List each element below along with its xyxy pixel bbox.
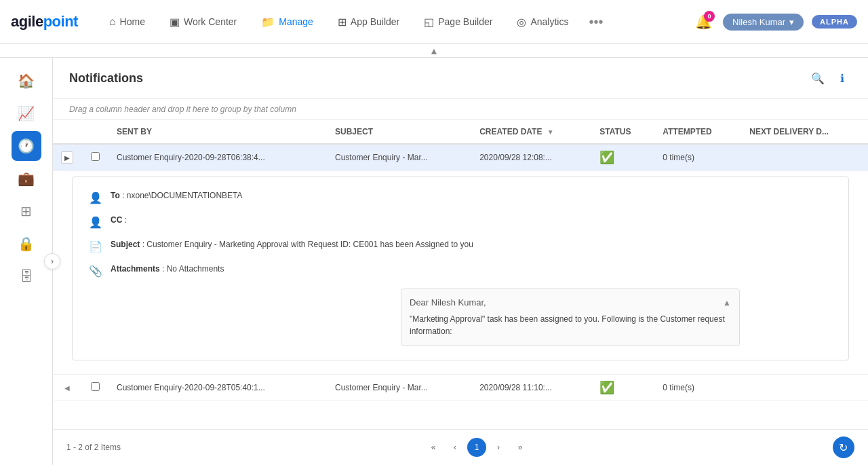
attachment-icon: 📎 bbox=[89, 265, 102, 278]
col-next-delivery[interactable]: NEXT DELIVERY D... bbox=[741, 120, 868, 144]
row-created-date: 2020/09/28 12:08:... bbox=[471, 144, 591, 171]
row-created-date: 2020/09/28 11:10:... bbox=[471, 375, 591, 401]
data-table: SENT BY SUBJECT CREATED DATE ▼ STATUS bbox=[53, 120, 868, 401]
detail-subject-row: 📄 Subject : Customer Enquiry - Marketing… bbox=[89, 240, 832, 253]
col-attempted[interactable]: ATTEMPTED bbox=[654, 120, 741, 144]
nav-more-button[interactable]: ••• bbox=[583, 9, 608, 35]
sidebar-item-lock[interactable]: 🔒 bbox=[12, 229, 41, 259]
sidebar-expand-button[interactable]: › bbox=[44, 253, 60, 269]
notification-button[interactable]: 🔔 0 bbox=[692, 11, 715, 33]
row-next-delivery bbox=[741, 375, 868, 401]
sidebar-item-home[interactable]: 🏠 bbox=[12, 66, 41, 96]
appbuilder-nav-icon: ⊞ bbox=[338, 16, 347, 29]
row-checkbox[interactable] bbox=[91, 152, 100, 161]
row-collapse-cell: ◀ bbox=[53, 375, 81, 401]
row-attempted: 0 time(s) bbox=[654, 144, 741, 171]
col-status[interactable]: STATUS bbox=[591, 120, 654, 144]
nav-right: 🔔 0 Nilesh Kumar ▾ ALPHA bbox=[692, 11, 857, 33]
row-checkbox[interactable] bbox=[91, 382, 100, 391]
email-greeting: Dear Nilesh Kumar, bbox=[410, 297, 486, 308]
table-row: ▶ Customer Enquiry-2020-09-28T06:38:4...… bbox=[53, 144, 868, 171]
last-page-button[interactable]: » bbox=[511, 438, 530, 457]
top-navigation: agilepoint ⌂ Home ▣ Work Center 📁 Manage… bbox=[0, 0, 868, 44]
col-subject[interactable]: SUBJECT bbox=[327, 120, 471, 144]
next-page-button[interactable]: › bbox=[489, 438, 508, 457]
email-preview-box: Dear Nilesh Kumar, ▲ "Marketing Approval… bbox=[401, 289, 740, 346]
notification-badge: 0 bbox=[704, 11, 715, 22]
sidebar-item-apps[interactable]: ⊞ bbox=[12, 196, 41, 226]
row-collapse-button[interactable]: ◀ bbox=[64, 384, 70, 392]
info-button[interactable]: ℹ bbox=[833, 69, 852, 88]
table-row: ◀ Customer Enquiry-2020-09-28T05:40:1...… bbox=[53, 375, 868, 401]
row-attempted: 0 time(s) bbox=[654, 375, 741, 401]
status-success-icon: ✅ bbox=[599, 151, 614, 164]
row-sent-by: Customer Enquiry-2020-09-28T05:40:1... bbox=[108, 375, 327, 401]
chevron-down-icon: ▾ bbox=[789, 17, 794, 27]
sort-icon: ▼ bbox=[547, 128, 554, 136]
col-checkbox bbox=[81, 120, 108, 144]
manage-nav-icon: 📁 bbox=[261, 16, 275, 29]
row-expand-button[interactable]: ▶ bbox=[61, 151, 73, 164]
row-subject: Customer Enquiry - Mar... bbox=[327, 144, 471, 171]
home-nav-icon: ⌂ bbox=[109, 16, 116, 28]
page-header: Notifications 🔍 ℹ bbox=[53, 58, 868, 99]
pagebuilder-nav-icon: ◱ bbox=[424, 16, 434, 29]
sidebar-item-analytics[interactable]: 📈 bbox=[12, 98, 41, 128]
row-expand-cell: ▶ bbox=[53, 144, 81, 171]
email-collapse-button[interactable]: ▲ bbox=[723, 298, 731, 308]
search-button[interactable]: 🔍 bbox=[808, 69, 827, 88]
first-page-button[interactable]: « bbox=[424, 438, 443, 457]
detail-panel-row: 👤 To : nxone\DOCUMENTATIONBETA 👤 bbox=[53, 171, 868, 375]
user-menu-button[interactable]: Nilesh Kumar ▾ bbox=[723, 14, 804, 31]
detail-to-row: 👤 To : nxone\DOCUMENTATIONBETA bbox=[89, 191, 832, 204]
detail-panel: 👤 To : nxone\DOCUMENTATIONBETA 👤 bbox=[72, 176, 849, 360]
row-checkbox-cell bbox=[81, 375, 108, 401]
sidebar-item-clock[interactable]: 🕐 bbox=[12, 131, 41, 161]
email-preview-container: Dear Nilesh Kumar, ▲ "Marketing Approval… bbox=[401, 289, 740, 346]
row-sent-by: Customer Enquiry-2020-09-28T06:38:4... bbox=[108, 144, 327, 171]
person-icon: 👤 bbox=[89, 191, 102, 204]
nav-items: ⌂ Home ▣ Work Center 📁 Manage ⊞ App Buil… bbox=[100, 9, 692, 35]
sidebar-item-briefcase[interactable]: 💼 bbox=[12, 164, 41, 193]
collapse-bar[interactable]: ▲ bbox=[0, 44, 868, 58]
nav-appbuilder[interactable]: ⊞ App Builder bbox=[328, 10, 409, 34]
person-cc-icon: 👤 bbox=[89, 216, 102, 229]
detail-attachments-row: 📎 Attachments : No Attachments bbox=[89, 264, 832, 278]
drag-hint-bar: Drag a column header and drop it here to… bbox=[53, 99, 868, 120]
prev-page-button[interactable]: ‹ bbox=[446, 438, 465, 457]
app-logo[interactable]: agilepoint bbox=[11, 13, 78, 31]
chevron-up-icon: ▲ bbox=[429, 45, 439, 56]
nav-analytics[interactable]: ◎ Analytics bbox=[507, 10, 578, 34]
table-header-row: SENT BY SUBJECT CREATED DATE ▼ STATUS bbox=[53, 120, 868, 144]
nav-pagebuilder[interactable]: ◱ Page Builder bbox=[414, 10, 502, 34]
col-created-date[interactable]: CREATED DATE ▼ bbox=[471, 120, 591, 144]
sidebar-item-database[interactable]: 🗄 bbox=[12, 261, 41, 291]
detail-cc-row: 👤 CC : bbox=[89, 215, 832, 229]
nav-manage[interactable]: 📁 Manage bbox=[252, 10, 323, 34]
email-body-text: "Marketing Approval" task has been assig… bbox=[410, 313, 731, 337]
row-checkbox-cell bbox=[81, 144, 108, 171]
pagination-bar: 1 - 2 of 2 Items « ‹ 1 › » ↻ bbox=[53, 429, 868, 465]
row-status: ✅ bbox=[591, 144, 654, 171]
row-subject: Customer Enquiry - Mar... bbox=[327, 375, 471, 401]
row-status: ✅ bbox=[591, 375, 654, 401]
col-sent-by[interactable]: SENT BY bbox=[108, 120, 327, 144]
document-icon: 📄 bbox=[89, 240, 102, 253]
nav-home[interactable]: ⌂ Home bbox=[100, 10, 155, 33]
header-actions: 🔍 ℹ bbox=[808, 69, 852, 88]
page-title: Notifications bbox=[69, 71, 143, 86]
row-next-delivery bbox=[741, 144, 868, 171]
content-area: Notifications 🔍 ℹ Drag a column header a… bbox=[53, 58, 868, 465]
page-1-button[interactable]: 1 bbox=[467, 438, 486, 457]
nav-workcenter[interactable]: ▣ Work Center bbox=[160, 10, 246, 34]
analytics-nav-icon: ◎ bbox=[517, 16, 526, 29]
pagination-info: 1 - 2 of 2 Items bbox=[66, 443, 121, 452]
pagination-controls: « ‹ 1 › » bbox=[424, 438, 530, 457]
col-expand bbox=[53, 120, 81, 144]
refresh-button[interactable]: ↻ bbox=[833, 436, 854, 458]
workcenter-nav-icon: ▣ bbox=[170, 16, 180, 29]
status-success-icon: ✅ bbox=[599, 381, 614, 394]
notifications-table: SENT BY SUBJECT CREATED DATE ▼ STATUS bbox=[53, 120, 868, 429]
refresh-icon: ↻ bbox=[839, 441, 848, 454]
main-layout: 🏠 📈 🕐 💼 ⊞ 🔒 🗄 › Notifications 🔍 ℹ Drag a… bbox=[0, 58, 868, 465]
